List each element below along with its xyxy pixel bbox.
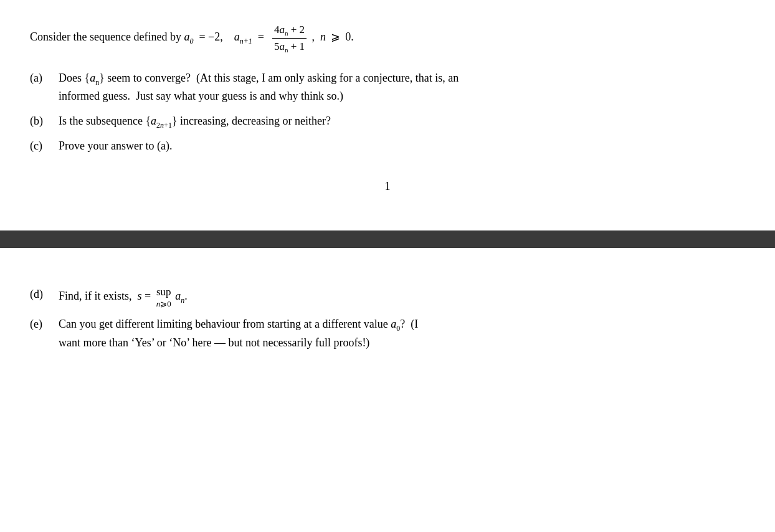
page-bottom: (d) Find, if it exists, s = sup n⩾0 an. … (0, 248, 775, 383)
intro-line: Consider the sequence defined by a0 = −2… (30, 22, 745, 54)
bottom-parts-list: (d) Find, if it exists, s = sup n⩾0 an. … (30, 285, 745, 352)
part-d-label: (d) (30, 285, 59, 304)
part-b-label: (b) (30, 112, 59, 131)
page-separator-bar (0, 230, 775, 248)
a0-var: a0 (184, 31, 193, 43)
part-b-text: Is the subsequence {a2n+1} increasing, d… (59, 112, 745, 131)
parts-list: (a) Does {an} seem to converge? (At this… (30, 69, 745, 156)
part-a-text: Does {an} seem to converge? (At this sta… (59, 69, 745, 106)
part-c-label: (c) (30, 137, 59, 156)
fraction-numerator: 4an + 2 (272, 22, 307, 39)
part-e-text: Can you get different limiting behaviour… (59, 315, 745, 352)
part-a-line2: informed guess. Just say what your guess… (59, 87, 745, 106)
intro-text: Consider the sequence defined by a0 = −2… (30, 22, 354, 54)
part-a-item: (a) Does {an} seem to converge? (At this… (30, 69, 745, 106)
page-top: Consider the sequence defined by a0 = −2… (0, 0, 775, 230)
page-number: 1 (30, 161, 745, 206)
part-a-label: (a) (30, 69, 59, 88)
part-e-item: (e) Can you get different limiting behav… (30, 315, 745, 352)
part-d-item: (d) Find, if it exists, s = sup n⩾0 an. (30, 285, 745, 309)
sup-expression: sup n⩾0 (156, 285, 171, 309)
part-b-item: (b) Is the subsequence {a2n+1} increasin… (30, 112, 745, 131)
page-number-text: 1 (385, 180, 391, 192)
part-c-text: Prove your answer to (a). (59, 137, 745, 156)
fraction-denominator: 5an + 1 (272, 39, 307, 54)
sup-operator: sup (156, 285, 171, 299)
part-c-item: (c) Prove your answer to (a). (30, 137, 745, 156)
recurrence-lhs: an+1 (234, 31, 252, 43)
recurrence-fraction: 4an + 2 5an + 1 (272, 22, 307, 54)
part-e-line2: want more than ‘Yes’ or ‘No’ here — but … (59, 334, 745, 353)
part-e-label: (e) (30, 315, 59, 334)
sup-subscript: n⩾0 (156, 299, 171, 309)
part-d-text: Find, if it exists, s = sup n⩾0 an. (59, 285, 745, 309)
